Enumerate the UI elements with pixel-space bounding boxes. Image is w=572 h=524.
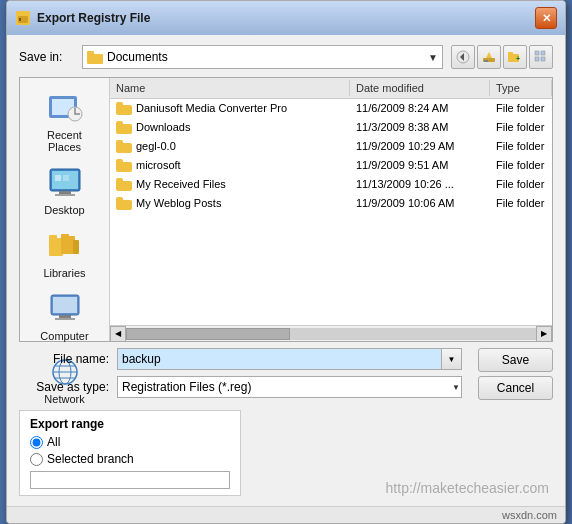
scroll-left-button[interactable]: ◀ — [110, 326, 126, 342]
folder-icon — [116, 101, 132, 115]
svg-rect-30 — [61, 234, 69, 237]
svg-rect-33 — [53, 297, 77, 313]
svg-rect-24 — [55, 194, 75, 196]
save-button[interactable]: Save — [478, 348, 553, 372]
up-button[interactable] — [477, 45, 501, 69]
svg-rect-23 — [59, 191, 71, 194]
svg-rect-31 — [73, 240, 79, 254]
save-in-combo[interactable]: Documents ▼ — [82, 45, 443, 69]
col-header-type[interactable]: Type — [490, 80, 552, 96]
horizontal-scrollbar[interactable]: ◀ ▶ — [110, 325, 552, 341]
file-type-cell: File folder — [490, 139, 552, 153]
file-type-cell: File folder — [490, 196, 552, 210]
svg-rect-28 — [49, 235, 57, 239]
sidebar-item-recent-places-label: Recent Places — [31, 129, 99, 153]
selected-branch-radio[interactable] — [30, 453, 43, 466]
svg-text:+: + — [516, 55, 520, 62]
save-as-label: Save as type: — [19, 380, 109, 394]
file-name-cell: My Received Files — [110, 176, 350, 192]
new-folder-button[interactable]: + — [503, 45, 527, 69]
action-buttons: Save Cancel — [478, 348, 553, 400]
file-name-input[interactable] — [117, 348, 442, 370]
back-button[interactable] — [451, 45, 475, 69]
left-panel: Recent Places Desktop — [20, 78, 110, 341]
folder-icon — [116, 139, 132, 153]
table-row[interactable]: My Weblog Posts 11/9/2009 10:06 AM File … — [110, 194, 552, 213]
file-name-dropdown-button[interactable]: ▼ — [442, 348, 462, 370]
sidebar-item-recent-places[interactable]: Recent Places — [25, 86, 105, 157]
folder-icon — [87, 49, 103, 65]
svg-rect-2 — [18, 13, 23, 16]
dialog-body: Save in: Documents ▼ — [7, 35, 565, 506]
file-name-cell: gegl-0.0 — [110, 138, 350, 154]
form-and-buttons: File name: ▼ Save as type: Registration … — [19, 348, 553, 404]
all-radio[interactable] — [30, 436, 43, 449]
file-type-cell: File folder — [490, 158, 552, 172]
close-button[interactable]: ✕ — [535, 7, 557, 29]
file-name-row: File name: ▼ — [19, 348, 462, 370]
file-date-cell: 11/6/2009 8:24 AM — [350, 101, 490, 115]
branch-input[interactable] — [30, 471, 230, 489]
watermark-text: http://maketecheasier.com — [386, 480, 553, 496]
table-row[interactable]: gegl-0.0 11/9/2009 10:29 AM File folder — [110, 137, 552, 156]
col-header-date[interactable]: Date modified — [350, 80, 490, 96]
view-icon — [534, 50, 548, 64]
svg-rect-16 — [535, 57, 539, 61]
new-folder-icon: + — [508, 50, 522, 64]
file-date-cell: 11/13/2009 10:26 ... — [350, 177, 490, 191]
svg-rect-5 — [87, 51, 94, 55]
recent-places-icon — [45, 90, 85, 126]
all-radio-row: All — [30, 435, 230, 449]
folder-icon — [116, 120, 132, 134]
computer-icon — [45, 291, 85, 327]
svg-rect-17 — [541, 57, 545, 61]
table-row[interactable]: My Received Files 11/13/2009 10:26 ... F… — [110, 175, 552, 194]
all-radio-label: All — [47, 435, 60, 449]
save-as-select[interactable]: Registration Files (*.reg) — [117, 376, 462, 398]
form-fields: File name: ▼ Save as type: Registration … — [19, 348, 462, 404]
svg-rect-10 — [484, 60, 488, 62]
sidebar-item-computer-label: Computer — [40, 330, 88, 342]
file-name-cell: Daniusoft Media Converter Pro — [110, 100, 350, 116]
dialog-window: Export Registry File ✕ Save in: Document… — [6, 0, 566, 524]
dialog-title: Export Registry File — [37, 11, 150, 25]
col-header-name[interactable]: Name — [110, 80, 350, 96]
table-row[interactable]: Downloads 11/3/2009 8:38 AM File folder — [110, 118, 552, 137]
file-date-cell: 11/3/2009 8:38 AM — [350, 120, 490, 134]
file-name-cell: My Weblog Posts — [110, 195, 350, 211]
table-row[interactable]: microsoft 11/9/2009 9:51 AM File folder — [110, 156, 552, 175]
cancel-button[interactable]: Cancel — [478, 376, 553, 400]
scroll-right-button[interactable]: ▶ — [536, 326, 552, 342]
sidebar-item-libraries[interactable]: Libraries — [25, 224, 105, 283]
file-date-cell: 11/9/2009 9:51 AM — [350, 158, 490, 172]
svg-rect-15 — [541, 51, 545, 55]
desktop-icon — [45, 165, 85, 201]
sidebar-item-desktop[interactable]: Desktop — [25, 161, 105, 220]
file-type-cell: File folder — [490, 101, 552, 115]
scroll-thumb[interactable] — [126, 328, 290, 340]
scroll-track[interactable] — [126, 328, 536, 340]
folder-icon — [116, 158, 132, 172]
status-bar: wsxdn.com — [7, 506, 565, 523]
bottom-row: Export range All Selected branch http://… — [19, 404, 553, 496]
svg-rect-29 — [61, 236, 75, 254]
file-list-header: Name Date modified Type — [110, 78, 552, 99]
export-range-title: Export range — [30, 417, 230, 431]
up-icon — [482, 50, 496, 64]
svg-rect-12 — [508, 52, 513, 55]
main-content: Recent Places Desktop — [19, 77, 553, 342]
svg-rect-26 — [63, 175, 69, 181]
folder-icon — [116, 177, 132, 191]
combo-arrow-icon: ▼ — [428, 52, 438, 63]
back-icon — [456, 50, 470, 64]
file-name-input-wrapper: ▼ — [117, 348, 462, 370]
folder-icon — [116, 196, 132, 210]
view-button[interactable] — [529, 45, 553, 69]
file-type-cell: File folder — [490, 120, 552, 134]
svg-rect-35 — [55, 318, 75, 320]
sidebar-item-computer[interactable]: Computer — [25, 287, 105, 346]
table-row[interactable]: Daniusoft Media Converter Pro 11/6/2009 … — [110, 99, 552, 118]
save-as-type-row: Save as type: Registration Files (*.reg)… — [19, 376, 462, 398]
file-name-cell: microsoft — [110, 157, 350, 173]
file-name-cell: Downloads — [110, 119, 350, 135]
